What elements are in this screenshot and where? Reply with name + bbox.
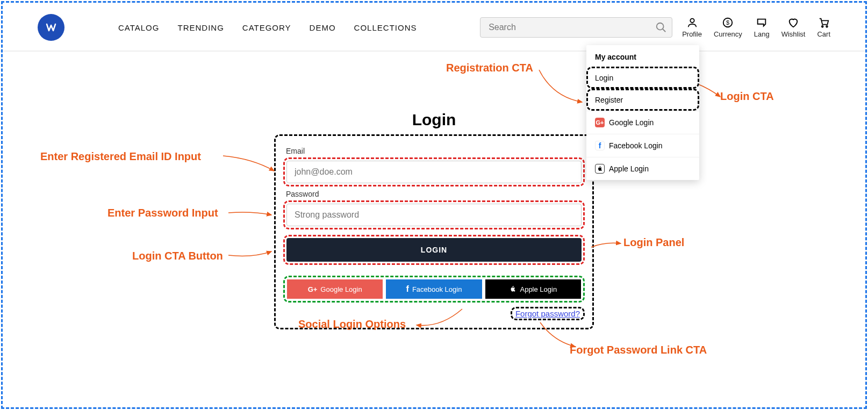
dropdown-register[interactable]: Register: [586, 89, 699, 111]
nav-demo[interactable]: DEMO: [310, 23, 336, 32]
dropdown-title: My account: [586, 45, 699, 67]
dropdown-apple-login[interactable]: Apple Login: [586, 157, 699, 180]
forgot-password-link[interactable]: Forgot password?: [511, 307, 585, 320]
login-page-title: Login: [0, 111, 868, 129]
nav-trending[interactable]: TRENDING: [177, 23, 224, 32]
profile-label: Profile: [682, 30, 702, 38]
social-login-row: G+ Google Login f Facebook Login Apple L…: [287, 279, 581, 299]
top-header: CATALOG TRENDING CATEGORY DEMO COLLECTIO…: [0, 0, 868, 52]
brand-logo[interactable]: [38, 14, 64, 41]
profile-link[interactable]: Profile: [682, 17, 702, 38]
svg-point-5: [822, 26, 823, 27]
dropdown-google-label: Google Login: [609, 118, 654, 127]
main-nav: CATALOG TRENDING CATEGORY DEMO COLLECTIO…: [118, 23, 417, 32]
dropdown-apple-label: Apple Login: [609, 164, 649, 173]
callout-login-button: Login CTA Button: [132, 250, 223, 262]
password-input-callout-box: [283, 200, 585, 229]
account-dropdown: My account Login Register G+ Google Logi…: [586, 45, 699, 180]
password-label: Password: [286, 190, 585, 198]
callout-registration-cta: Registration CTA: [446, 62, 533, 74]
dropdown-facebook-label: Facebook Login: [609, 141, 663, 150]
lang-label: Lang: [754, 30, 770, 38]
facebook-icon: f: [595, 141, 605, 150]
login-button-callout-box: LOGIN: [283, 235, 585, 265]
apple-login-label: Apple Login: [520, 285, 557, 293]
facebook-login-button[interactable]: f Facebook Login: [386, 279, 482, 299]
dropdown-login[interactable]: Login: [586, 67, 699, 89]
email-input-callout-box: [283, 157, 585, 186]
callout-login-panel: Login Panel: [623, 236, 684, 249]
arrow-registration: [536, 64, 590, 107]
google-plus-icon: G+: [308, 285, 318, 293]
cart-label: Cart: [817, 30, 830, 38]
login-panel: Email Password LOGIN G+ Google Login f F…: [274, 134, 594, 329]
svg-text:$: $: [726, 19, 729, 26]
wishlist-link[interactable]: Wishlist: [781, 17, 806, 38]
email-label: Email: [286, 147, 585, 155]
callout-social-options: Social Login Options: [298, 318, 406, 330]
search-input[interactable]: [480, 17, 672, 38]
currency-icon: $: [722, 17, 734, 28]
svg-point-0: [657, 23, 664, 30]
callout-login-cta: Login CTA: [720, 90, 774, 103]
facebook-icon: f: [406, 284, 409, 294]
callout-email-input: Enter Registered Email ID Input: [40, 150, 201, 163]
login-button[interactable]: LOGIN: [286, 238, 582, 262]
profile-icon: [686, 17, 698, 28]
cart-link[interactable]: Cart: [817, 17, 830, 38]
svg-line-1: [663, 29, 666, 32]
email-input[interactable]: [286, 161, 582, 183]
cart-icon: [818, 17, 830, 28]
nav-category[interactable]: CATEGORY: [242, 23, 291, 32]
dropdown-google-login[interactable]: G+ Google Login: [586, 111, 699, 134]
currency-link[interactable]: $ Currency: [714, 17, 742, 38]
apple-icon: [595, 164, 605, 174]
nav-collections[interactable]: COLLECTIONS: [354, 23, 417, 32]
apple-login-button[interactable]: Apple Login: [485, 279, 581, 299]
search-wrap: [480, 17, 672, 38]
svg-point-6: [826, 26, 828, 27]
header-right: Profile $ Currency Lang Wishlist Cart: [480, 17, 830, 38]
main-content: Login Email Password LOGIN G+ Google Log…: [0, 111, 868, 329]
wishlist-label: Wishlist: [781, 30, 806, 38]
header-icons: Profile $ Currency Lang Wishlist Cart: [682, 17, 830, 38]
lang-icon: [756, 17, 767, 28]
currency-label: Currency: [714, 30, 742, 38]
callout-password-input: Enter Password Input: [107, 207, 218, 219]
google-login-button[interactable]: G+ Google Login: [287, 279, 383, 299]
lang-link[interactable]: Lang: [754, 17, 770, 38]
facebook-login-label: Facebook Login: [412, 285, 462, 293]
google-plus-icon: G+: [595, 118, 605, 127]
social-login-callout-box: G+ Google Login f Facebook Login Apple L…: [283, 276, 585, 303]
wishlist-icon: [787, 17, 799, 28]
password-input[interactable]: [286, 204, 582, 226]
search-icon[interactable]: [655, 21, 667, 35]
google-login-label: Google Login: [320, 285, 362, 293]
dropdown-facebook-login[interactable]: f Facebook Login: [586, 134, 699, 157]
callout-forgot-cta: Forgot Password Link CTA: [570, 344, 707, 356]
svg-point-2: [690, 19, 694, 23]
nav-catalog[interactable]: CATALOG: [118, 23, 159, 32]
apple-icon: [509, 285, 517, 293]
